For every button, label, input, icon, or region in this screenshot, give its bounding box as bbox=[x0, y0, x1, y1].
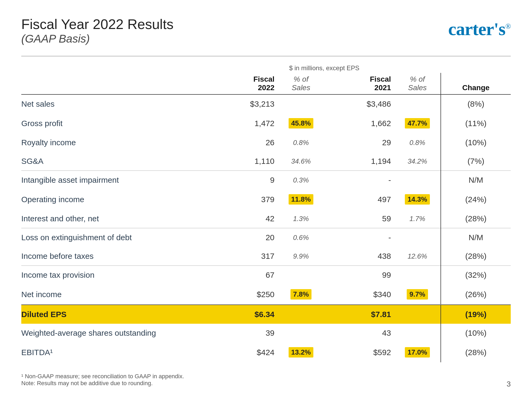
row-label: Gross profit bbox=[21, 113, 208, 133]
value-2021: - bbox=[324, 171, 394, 190]
value-2021: - bbox=[324, 228, 394, 247]
value-2022: 26 bbox=[208, 133, 278, 152]
table-row: Net income$2507.8%$3409.7%(26%) bbox=[21, 284, 511, 305]
pct-2022 bbox=[278, 324, 324, 342]
pct-2021 bbox=[394, 266, 441, 285]
col-change: Change bbox=[441, 73, 511, 94]
value-2022: $3,213 bbox=[208, 94, 278, 113]
pct-2022: 45.8% bbox=[278, 113, 324, 133]
change-value: N/M bbox=[441, 171, 511, 190]
value-2022: 1,110 bbox=[208, 152, 278, 171]
col-pct-2021: % ofSales bbox=[394, 73, 441, 94]
pct-2022: 9.9% bbox=[278, 247, 324, 266]
table-row: Royalty income260.8%290.8%(10%) bbox=[21, 133, 511, 152]
table-row: Intangible asset impairment90.3%-N/M bbox=[21, 171, 511, 190]
value-2021: 99 bbox=[324, 266, 394, 285]
table-row: EBITDA¹$42413.2%$59217.0%(28%) bbox=[21, 342, 511, 362]
row-label: SG&A bbox=[21, 152, 208, 171]
change-value: N/M bbox=[441, 228, 511, 247]
pct-2022: 0.8% bbox=[278, 133, 324, 152]
table-row: Interest and other, net421.3%591.7%(28%) bbox=[21, 209, 511, 228]
row-label: Interest and other, net bbox=[21, 209, 208, 228]
value-2021: $592 bbox=[324, 342, 394, 362]
pct-2021 bbox=[394, 94, 441, 113]
footnote-2: Note: Results may not be additive due to… bbox=[21, 380, 511, 387]
table-row: Operating income37911.8%49714.3%(24%) bbox=[21, 189, 511, 209]
change-value: (10%) bbox=[441, 324, 511, 342]
row-label: Net income bbox=[21, 284, 208, 305]
value-2021: 1,662 bbox=[324, 113, 394, 133]
page-header: Fiscal Year 2022 Results (GAAP Basis) ca… bbox=[21, 16, 511, 45]
value-2021: $340 bbox=[324, 284, 394, 305]
value-2021: 1,194 bbox=[324, 152, 394, 171]
pct-2022 bbox=[278, 266, 324, 285]
value-2022: 67 bbox=[208, 266, 278, 285]
table-row: Income tax provision6799(32%) bbox=[21, 266, 511, 285]
title-block: Fiscal Year 2022 Results (GAAP Basis) bbox=[21, 16, 173, 45]
col-fiscal-2021: Fiscal2021 bbox=[324, 73, 394, 94]
company-logo: carter's® bbox=[448, 19, 511, 40]
column-headers: Fiscal2022 % ofSales Fiscal2021 % ofSale… bbox=[21, 73, 511, 94]
value-2022: $424 bbox=[208, 342, 278, 362]
change-value: (8%) bbox=[441, 94, 511, 113]
change-value: (26%) bbox=[441, 284, 511, 305]
pct-2021 bbox=[394, 324, 441, 342]
row-label: EBITDA¹ bbox=[21, 342, 208, 362]
row-label: Weighted-average shares outstanding bbox=[21, 324, 208, 342]
table-note-row: $ in millions, except EPS bbox=[21, 64, 511, 73]
top-divider bbox=[21, 56, 511, 56]
table-row: Net sales$3,213$3,486(8%) bbox=[21, 94, 511, 113]
pct-2022: 0.3% bbox=[278, 171, 324, 190]
change-value: (10%) bbox=[441, 133, 511, 152]
pct-2021: 1.7% bbox=[394, 209, 441, 228]
col-fiscal-2022: Fiscal2022 bbox=[208, 73, 278, 94]
pct-2021: 0.8% bbox=[394, 133, 441, 152]
pct-2022: 7.8% bbox=[278, 284, 324, 305]
value-2022: 379 bbox=[208, 189, 278, 209]
col-label bbox=[21, 73, 208, 94]
value-2021: 59 bbox=[324, 209, 394, 228]
table-body: Net sales$3,213$3,486(8%)Gross profit1,4… bbox=[21, 94, 511, 362]
main-title: Fiscal Year 2022 Results bbox=[21, 16, 173, 32]
value-2021: 438 bbox=[324, 247, 394, 266]
row-label: Income before taxes bbox=[21, 247, 208, 266]
footnotes: ¹ Non-GAAP measure; see reconciliation t… bbox=[21, 373, 511, 387]
pct-2021: 14.3% bbox=[394, 189, 441, 209]
value-2022: 317 bbox=[208, 247, 278, 266]
footnote-1: ¹ Non-GAAP measure; see reconciliation t… bbox=[21, 373, 511, 380]
table-row: Gross profit1,47245.8%1,66247.7%(11%) bbox=[21, 113, 511, 133]
value-2021: $7.81 bbox=[324, 305, 394, 324]
table-row: Income before taxes3179.9%43812.6%(28%) bbox=[21, 247, 511, 266]
change-value: (19%) bbox=[441, 305, 511, 324]
value-2022: 9 bbox=[208, 171, 278, 190]
pct-2022 bbox=[278, 94, 324, 113]
table-row: SG&A1,11034.6%1,19434.2%(7%) bbox=[21, 152, 511, 171]
pct-2022: 11.8% bbox=[278, 189, 324, 209]
row-label: Diluted EPS bbox=[21, 305, 208, 324]
change-value: (28%) bbox=[441, 247, 511, 266]
pct-2022 bbox=[278, 305, 324, 324]
value-2021: 29 bbox=[324, 133, 394, 152]
change-value: (24%) bbox=[441, 189, 511, 209]
pct-2022: 13.2% bbox=[278, 342, 324, 362]
pct-2021: 9.7% bbox=[394, 284, 441, 305]
value-2022: 42 bbox=[208, 209, 278, 228]
pct-2021: 12.6% bbox=[394, 247, 441, 266]
pct-2021: 47.7% bbox=[394, 113, 441, 133]
value-2021: 43 bbox=[324, 324, 394, 342]
row-label: Intangible asset impairment bbox=[21, 171, 208, 190]
value-2022: 39 bbox=[208, 324, 278, 342]
change-value: (28%) bbox=[441, 342, 511, 362]
table-row: Loss on extinguishment of debt200.6%-N/M bbox=[21, 228, 511, 247]
financial-table: $ in millions, except EPS Fiscal2022 % o… bbox=[21, 64, 511, 362]
pct-2021 bbox=[394, 171, 441, 190]
change-value: (11%) bbox=[441, 113, 511, 133]
pct-2022: 34.6% bbox=[278, 152, 324, 171]
row-label: Net sales bbox=[21, 94, 208, 113]
value-2022: $250 bbox=[208, 284, 278, 305]
table-row: Weighted-average shares outstanding3943(… bbox=[21, 324, 511, 342]
value-2022: 1,472 bbox=[208, 113, 278, 133]
value-2022: $6.34 bbox=[208, 305, 278, 324]
row-label: Income tax provision bbox=[21, 266, 208, 285]
row-label: Royalty income bbox=[21, 133, 208, 152]
